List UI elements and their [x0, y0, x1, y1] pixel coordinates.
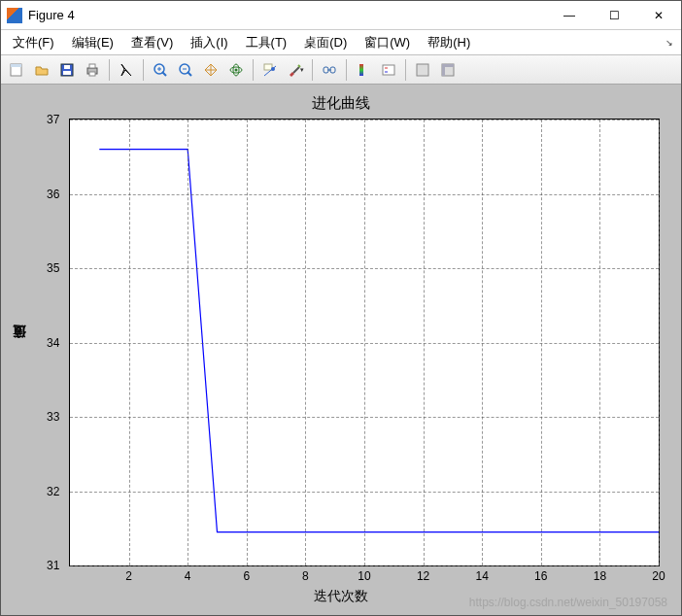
y-tick-label: 31 [47, 559, 59, 572]
svg-rect-32 [442, 64, 445, 76]
svg-rect-7 [89, 72, 95, 76]
new-figure-button[interactable] [5, 58, 28, 82]
menu-insert[interactable]: 插入(I) [190, 34, 227, 51]
svg-line-13 [188, 72, 191, 76]
gridline-horizontal [70, 417, 659, 418]
title-bar: Figure 4 — ☐ ✕ [1, 1, 681, 30]
x-tick-label: 6 [243, 569, 250, 583]
close-button[interactable]: ✕ [636, 1, 681, 30]
minimize-button[interactable]: — [547, 1, 592, 30]
svg-rect-18 [264, 64, 272, 70]
gridline-horizontal [70, 565, 659, 566]
menu-edit[interactable]: 编辑(E) [72, 34, 114, 51]
maximize-button[interactable]: ☐ [592, 1, 636, 30]
svg-rect-6 [89, 64, 95, 68]
svg-line-9 [162, 72, 166, 76]
x-axis-label: 迭代次数 [11, 588, 671, 605]
figure-canvas[interactable]: 进化曲线 适应度值 迭代次数 2468101214161820313233343… [1, 85, 681, 615]
svg-rect-29 [417, 64, 428, 76]
pan-button[interactable] [199, 58, 222, 82]
x-tick-label: 4 [185, 569, 191, 583]
y-tick-label: 37 [47, 113, 59, 126]
gridline-horizontal [70, 120, 659, 120]
y-tick-label: 35 [47, 261, 59, 275]
insert-colorbar-button[interactable] [352, 58, 375, 82]
plot-title: 进化曲线 [11, 94, 671, 113]
svg-rect-3 [63, 71, 71, 75]
open-button[interactable] [30, 58, 53, 82]
save-button[interactable] [55, 58, 79, 82]
menu-window[interactable]: 窗口(W) [364, 34, 410, 51]
x-tick-label: 8 [302, 569, 309, 583]
x-tick-label: 2 [125, 569, 132, 583]
menubar-more-icon[interactable]: ↘ [665, 38, 673, 48]
menu-view[interactable]: 查看(V) [131, 34, 173, 51]
gridline-horizontal [70, 343, 659, 344]
gridline-horizontal [70, 268, 659, 269]
rotate-3d-button[interactable] [224, 58, 248, 82]
matlab-logo-icon [7, 8, 22, 23]
menu-desktop[interactable]: 桌面(D) [304, 34, 347, 51]
svg-rect-25 [359, 64, 363, 76]
edit-plot-button[interactable] [115, 58, 138, 82]
y-tick-label: 32 [47, 485, 59, 498]
brush-button[interactable]: ▾ [284, 58, 307, 82]
menu-bar: 文件(F) 编辑(E) 查看(V) 插入(I) 工具(T) 桌面(D) 窗口(W… [1, 30, 681, 55]
print-button[interactable] [81, 58, 104, 82]
gridline-horizontal [70, 492, 659, 493]
menu-help[interactable]: 帮助(H) [427, 34, 470, 51]
x-tick-label: 20 [652, 569, 665, 583]
menu-file[interactable]: 文件(F) [13, 34, 54, 51]
y-tick-label: 34 [47, 336, 59, 350]
x-tick-label: 12 [417, 569, 429, 583]
svg-line-21 [293, 67, 299, 73]
x-tick-label: 18 [594, 569, 606, 583]
gridline-horizontal [70, 194, 659, 195]
insert-legend-button[interactable] [377, 58, 400, 82]
x-tick-label: 14 [476, 569, 489, 583]
x-tick-label: 10 [358, 569, 370, 583]
hide-plot-tools-button[interactable] [411, 58, 434, 82]
window-title: Figure 4 [28, 8, 547, 22]
gridline-vertical [659, 120, 660, 565]
show-plot-tools-button[interactable] [436, 58, 460, 82]
svg-rect-26 [383, 65, 394, 75]
zoom-out-button[interactable] [174, 58, 197, 82]
svg-point-20 [271, 67, 275, 71]
zoom-in-button[interactable] [149, 58, 172, 82]
svg-rect-4 [64, 65, 70, 69]
link-plot-button[interactable] [318, 58, 341, 82]
x-tick-label: 16 [534, 569, 547, 583]
toolbar: ▾ [1, 55, 681, 85]
menu-tools[interactable]: 工具(T) [246, 34, 288, 51]
axes[interactable]: 246810121416182031323334353637 [69, 119, 660, 566]
svg-point-17 [235, 68, 238, 71]
y-tick-label: 33 [47, 410, 59, 424]
y-tick-label: 36 [47, 188, 59, 201]
data-cursor-button[interactable] [258, 58, 282, 82]
svg-rect-1 [11, 64, 21, 67]
